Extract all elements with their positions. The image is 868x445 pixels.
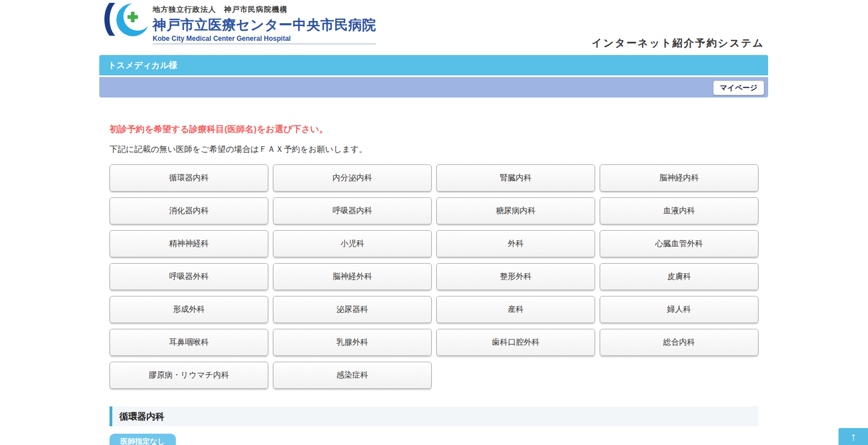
- organization-name: 地方独立行政法人 神戸市民病院機構: [153, 5, 376, 15]
- selected-department-title: 循環器内科: [119, 412, 165, 421]
- scroll-to-top-button[interactable]: ↑: [838, 428, 868, 445]
- department-button[interactable]: 皮膚科: [600, 263, 759, 290]
- department-button[interactable]: 歯科口腔外科: [436, 329, 595, 356]
- up-arrow-icon: ↑: [850, 430, 856, 443]
- department-button[interactable]: 産科: [436, 296, 595, 323]
- department-button[interactable]: 耳鼻咽喉科: [109, 329, 268, 356]
- user-bar: トスメディカル様: [99, 55, 768, 75]
- department-button[interactable]: 脳神経外科: [273, 263, 432, 290]
- page-instruction-heading: 初診予約を希望する診療科目(医師名)をお選び下さい。: [109, 124, 759, 135]
- bars: トスメディカル様 マイページ: [99, 55, 768, 98]
- department-button[interactable]: 婦人科: [600, 296, 759, 323]
- hospital-logo: 地方独立行政法人 神戸市民病院機構 神戸市立医療センター中央市民病院 Kobe …: [100, 2, 376, 44]
- hospital-logo-text: 地方独立行政法人 神戸市民病院機構 神戸市立医療センター中央市民病院 Kobe …: [153, 2, 376, 44]
- department-button[interactable]: 呼吸器内科: [273, 197, 432, 224]
- department-button[interactable]: 内分泌内科: [273, 164, 432, 192]
- department-button[interactable]: 小児科: [273, 230, 432, 257]
- department-button[interactable]: 感染症科: [273, 362, 432, 389]
- department-button[interactable]: 総合内科: [600, 329, 759, 356]
- department-button[interactable]: 心臓血管外科: [600, 230, 759, 257]
- page: 地方独立行政法人 神戸市民病院機構 神戸市立医療センター中央市民病院 Kobe …: [0, 0, 868, 445]
- main-content: 初診予約を希望する診療科目(医師名)をお選び下さい。 下記に記載の無い医師をご希…: [109, 124, 759, 445]
- department-button[interactable]: 整形外科: [436, 263, 595, 290]
- fax-note: 下記に記載の無い医師をご希望の場合はＦＡＸ予約をお願いします。: [109, 144, 759, 155]
- department-button[interactable]: 循環器内科: [109, 164, 268, 192]
- hospital-name-english: Kobe City Medical Center General Hospita…: [153, 35, 376, 43]
- department-grid: 循環器内科 内分泌内科 腎臓内科 脳神経内科 消化器内科 呼吸器内科 糖尿病内科…: [109, 164, 759, 389]
- department-button[interactable]: 腎臓内科: [436, 164, 595, 192]
- nav-bar: マイページ: [99, 77, 768, 98]
- hospital-name: 神戸市立医療センター中央市民病院: [153, 16, 376, 34]
- hospital-logo-icon: [100, 2, 150, 36]
- department-button[interactable]: 消化器内科: [109, 197, 268, 224]
- department-button[interactable]: 泌尿器科: [273, 296, 432, 323]
- department-button[interactable]: 形成外科: [109, 296, 268, 323]
- department-button[interactable]: 外科: [436, 230, 595, 257]
- user-name: トスメディカル様: [108, 60, 177, 70]
- no-doctor-button[interactable]: 医師指定なし: [109, 434, 176, 445]
- system-title: インターネット紹介予約システム: [592, 36, 764, 50]
- department-button[interactable]: 精神神経科: [109, 230, 268, 257]
- selected-department-heading: 循環器内科: [109, 406, 759, 426]
- header: 地方独立行政法人 神戸市民病院機構 神戸市立医療センター中央市民病院 Kobe …: [0, 0, 868, 55]
- mypage-button[interactable]: マイページ: [713, 80, 764, 95]
- department-button[interactable]: 脳神経内科: [600, 164, 759, 192]
- department-button[interactable]: 乳腺外科: [273, 329, 432, 356]
- department-button[interactable]: 呼吸器外科: [109, 263, 268, 290]
- department-button[interactable]: 膠原病・リウマチ内科: [109, 362, 268, 389]
- department-button[interactable]: 糖尿病内科: [436, 197, 595, 224]
- department-button[interactable]: 血液内科: [600, 197, 759, 224]
